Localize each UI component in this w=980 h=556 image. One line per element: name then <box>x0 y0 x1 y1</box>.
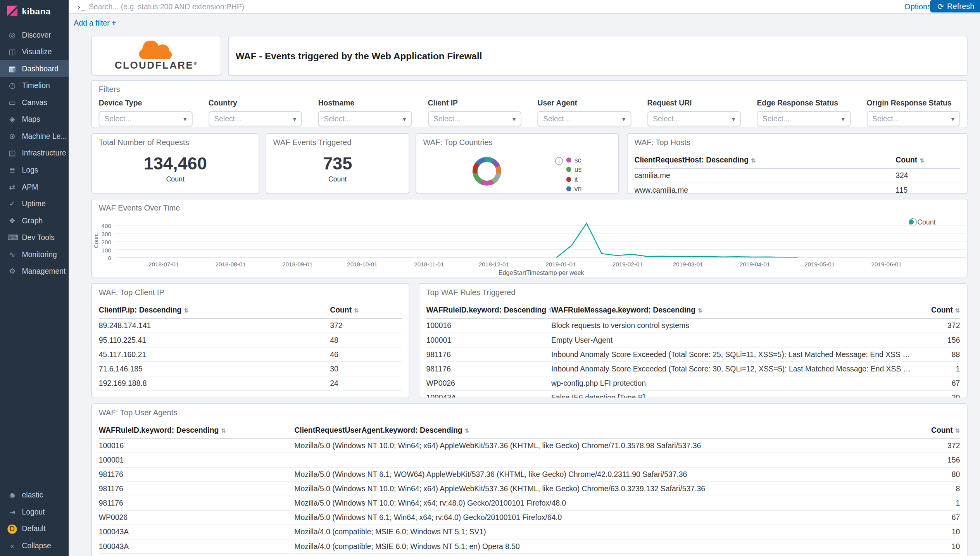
sidebar-item[interactable]: ◷ Timelion <box>0 77 69 94</box>
sidebar-item[interactable]: ≣ Logs <box>0 161 69 178</box>
sidebar-item-label: Dashboard <box>22 64 59 73</box>
table-row: 981176 Inbound Anomaly Score Exceeded (T… <box>426 362 960 376</box>
column-header[interactable]: WAFRuleID.keyword: Descending⇅ <box>99 425 295 439</box>
table-cell-count: 372 <box>916 318 960 333</box>
sidebar-item[interactable]: « Collapse <box>0 537 69 554</box>
column-header[interactable]: ClientRequestHost: Descending⇅ <box>634 154 895 168</box>
refresh-button[interactable]: ⟳Refresh <box>930 0 980 12</box>
sidebar-item[interactable]: ▭ Canvas <box>0 94 69 111</box>
dashboard-grid: CLOUDFLARE® WAF - Events triggered by th… <box>69 0 980 556</box>
legend-item[interactable]: vn <box>566 184 582 194</box>
sidebar-item[interactable]: ◉ elastic <box>0 487 69 504</box>
column-header-label: Count <box>895 155 917 164</box>
table-cell: Mozilla/5.0 (Windows NT 6.1; WOW64) Appl… <box>294 467 910 482</box>
sidebar-item[interactable]: ✓ Uptime <box>0 195 69 212</box>
donut-chart[interactable] <box>473 157 501 186</box>
sidebar-item[interactable]: ◈ Maps <box>0 111 69 128</box>
panel-title: WAF: Top Countries <box>416 134 618 147</box>
sidebar-item-label: Logout <box>22 508 45 516</box>
column-header[interactable]: Count⇅ <box>330 304 402 318</box>
table-cell-count: 115 <box>895 183 960 194</box>
panel-title: Top WAF Rules Triggered <box>419 284 967 297</box>
panel-title: WAF: Top Client IP <box>92 284 409 297</box>
sidebar-item-label: APM <box>22 182 38 191</box>
filter-label: Country <box>209 99 302 108</box>
sidebar-item-icon: ❖ <box>7 216 17 225</box>
table-cell: 981176 <box>426 347 551 362</box>
filter-field: Country Select... ▾ <box>209 99 302 126</box>
sidebar-item[interactable]: ⌨ Dev Tools <box>0 229 69 246</box>
sidebar-item[interactable]: ◫ Visualize <box>0 43 69 60</box>
sidebar-item[interactable]: D Default <box>0 520 69 537</box>
filter-label: Device Type <box>99 99 192 108</box>
filter-label: Hostname <box>318 99 412 108</box>
table-cell: WP0026 <box>426 376 551 390</box>
table-cell: 100016 <box>99 439 295 453</box>
filter-select[interactable]: Select... ▾ <box>757 111 850 126</box>
sidebar-item-label: Management <box>22 267 66 276</box>
legend-item[interactable]: sc <box>566 155 582 165</box>
legend-toggle-icon[interactable]: ‹ <box>555 157 563 165</box>
filter-select[interactable]: Select... ▾ <box>209 111 302 126</box>
column-header[interactable]: Count⇅ <box>910 425 960 439</box>
line-chart-plot[interactable] <box>116 221 966 258</box>
table-cell: 981176 <box>99 467 295 482</box>
column-header[interactable]: ClientRequestUserAgent.keyword: Descendi… <box>294 425 910 439</box>
top-user-agents-table: WAFRuleID.keyword: Descending⇅ClientRequ… <box>99 425 960 554</box>
sidebar-item[interactable]: ∿ Monitoring <box>0 246 69 263</box>
sidebar-item[interactable]: ⚙ Management <box>0 262 69 280</box>
table-cell: Mozilla/5.0 (Windows NT 6.1; Win64; x64;… <box>294 510 910 525</box>
sidebar-item[interactable]: ⇄ APM <box>0 178 69 195</box>
sidebar-item-icon: ◫ <box>7 47 17 56</box>
cloudflare-logo-panel: CLOUDFLARE® <box>91 36 221 76</box>
sort-icon: ⇅ <box>698 307 702 314</box>
column-header[interactable]: Count⇅ <box>916 304 960 318</box>
cloudflare-wordmark: CLOUDFLARE® <box>115 60 198 71</box>
table-cell: 100043A <box>426 390 551 398</box>
waf-events-over-time-panel: WAF Events Over Time › Count Count 01002… <box>91 199 967 278</box>
column-header-label: WAFRuleID.keyword: Descending <box>99 426 219 435</box>
column-header[interactable]: ClientIP.ip: Descending⇅ <box>99 304 330 318</box>
table-cell: 45.117.160.21 <box>99 347 330 362</box>
sidebar-footer: ◉ elastic ⇥ Logout D Default « Collapse <box>0 487 69 554</box>
sidebar-item-icon: ▤ <box>7 148 17 157</box>
options-link[interactable]: Options <box>904 2 931 11</box>
sidebar-item-label: Monitoring <box>22 250 57 259</box>
table-cell: Inbound Anomaly Score Exceeded (Total Sc… <box>551 362 916 376</box>
panel-title: Total Number of Requests <box>92 134 259 147</box>
metric-label: Count <box>328 175 347 182</box>
sidebar-item[interactable]: ⇥ Logout <box>0 504 69 521</box>
console-prompt-icon: ›_ <box>77 3 85 11</box>
legend-item[interactable]: us <box>566 165 582 174</box>
legend-item[interactable]: it <box>566 174 582 184</box>
select-placeholder: Select... <box>214 114 241 123</box>
table-cell-count: 8 <box>910 482 960 496</box>
filter-select[interactable]: Select... ▾ <box>866 111 960 126</box>
filter-select[interactable]: Select... ▾ <box>99 111 192 126</box>
column-header[interactable]: Count⇅ <box>895 154 960 168</box>
y-axis-ticks: 0100200300400 <box>92 221 113 258</box>
filter-select[interactable]: Select... ▾ <box>428 111 521 126</box>
table-cell <box>294 453 910 467</box>
chevron-down-icon: ▾ <box>842 115 845 122</box>
column-header[interactable]: WAFRuleMessage.keyword: Descending⇅ <box>551 304 916 318</box>
sidebar-item-label: Visualize <box>22 47 52 56</box>
table-row: 100016 Block requests to version control… <box>426 318 960 333</box>
filter-select[interactable]: Select... ▾ <box>647 111 740 126</box>
sidebar-item[interactable]: ⊛ Machine Le... <box>0 128 69 145</box>
table-cell-count: 10 <box>910 539 960 554</box>
sidebar-item[interactable]: ◎ Discover <box>0 26 69 43</box>
filter-select[interactable]: Select... ▾ <box>318 111 412 126</box>
column-header[interactable]: WAFRuleID.keyword: Descending⇅ <box>426 304 551 318</box>
sidebar-item[interactable]: ▤ Infrastructure <box>0 144 69 161</box>
search-input[interactable] <box>89 1 651 13</box>
kibana-brand[interactable]: kibana <box>0 0 69 20</box>
table-row: 981176 Inbound Anomaly Score Exceeded (T… <box>426 347 960 362</box>
sidebar-item[interactable]: ▦ Dashboard <box>0 60 69 77</box>
top-countries-panel: WAF: Top Countries ‹ sc us it vn <box>416 133 619 193</box>
column-header-label: WAFRuleID.keyword: Descending <box>426 306 547 314</box>
table-cell: 192.169.188.8 <box>99 376 330 390</box>
sidebar-item[interactable]: ❖ Graph <box>0 212 69 229</box>
sidebar-item-icon: ⌨ <box>7 233 17 242</box>
filter-select[interactable]: Select... ▾ <box>538 111 631 126</box>
